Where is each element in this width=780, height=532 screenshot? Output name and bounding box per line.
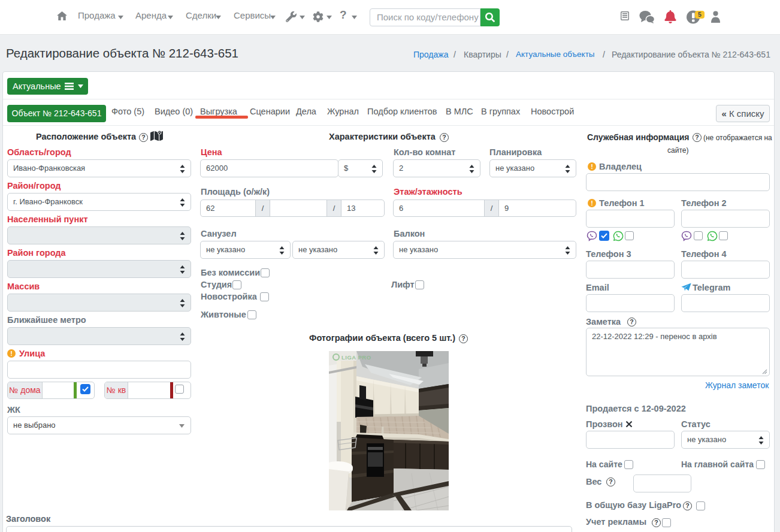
- svg-text:LIGA PRO: LIGA PRO: [341, 354, 371, 361]
- svg-text:5: 5: [698, 11, 702, 18]
